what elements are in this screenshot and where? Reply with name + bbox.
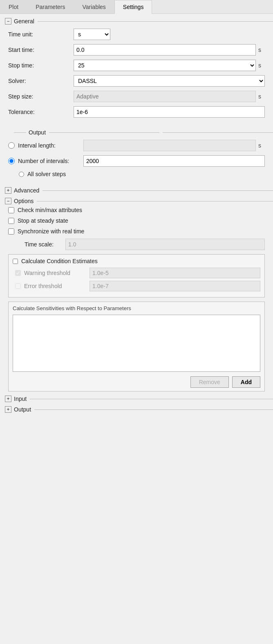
number-intervals-radio[interactable] <box>8 158 15 164</box>
number-intervals-label: Number of intervals: <box>18 158 83 164</box>
time-unit-label: Time unit: <box>8 31 74 38</box>
condition-estimates-box: Calculate Condition Estimates Warning th… <box>8 254 265 297</box>
interval-length-radio[interactable] <box>8 142 15 149</box>
step-size-label: Step size: <box>8 93 74 100</box>
output-section-title: Output <box>14 406 31 413</box>
input-toggle[interactable]: + <box>5 396 11 402</box>
time-scale-label: Time scale: <box>25 241 65 248</box>
time-scale-row: Time scale: <box>0 239 273 250</box>
error-threshold-label: Error threshold <box>24 283 90 289</box>
calculate-condition-checkbox[interactable] <box>13 259 18 264</box>
synchronize-real-time-checkbox[interactable] <box>8 228 14 235</box>
warning-threshold-row: Warning threshold <box>13 268 260 278</box>
input-title: Input <box>14 396 27 402</box>
tab-plot[interactable]: Plot <box>0 0 27 13</box>
condition-box-header: Calculate Condition Estimates <box>13 258 260 264</box>
options-title: Options <box>14 198 34 204</box>
input-section-header: + Input <box>5 396 273 402</box>
sensitivities-buttons: Remove Add <box>13 376 260 388</box>
error-threshold-input <box>90 281 260 291</box>
output-radio-group: Interval length: s Number of intervals: … <box>0 138 273 183</box>
output-sub-title: Output <box>29 129 46 136</box>
step-size-unit: s <box>258 93 265 100</box>
interval-length-row: Interval length: s <box>8 140 265 151</box>
add-button[interactable]: Add <box>232 376 260 388</box>
check-min-max-label: Check min/max attributes <box>18 207 82 213</box>
all-solver-steps-label: All solver steps <box>27 171 66 177</box>
stop-time-unit: s <box>258 62 265 69</box>
warning-threshold-input <box>90 268 260 278</box>
error-threshold-row: Error threshold <box>13 281 260 291</box>
advanced-title: Advanced <box>14 187 39 194</box>
general-section-header: − General <box>5 18 273 25</box>
advanced-section-header: + Advanced <box>5 187 273 194</box>
tab-settings[interactable]: Settings <box>114 0 152 14</box>
tolerance-row: Tolerance: <box>8 106 265 118</box>
time-unit-row: Time unit: s ms min h <box>8 29 265 40</box>
stop-time-row: Stop time: 25 50 100 s <box>8 60 265 71</box>
sensitivities-title: Calculate Sensitivities with Respect to … <box>13 305 260 311</box>
stop-steady-state-checkbox[interactable] <box>8 218 14 224</box>
settings-content: − General Time unit: s ms min h Start ti… <box>0 18 273 413</box>
tab-variables[interactable]: Variables <box>74 0 114 13</box>
interval-length-input <box>83 140 256 151</box>
options-section-header: − Options <box>5 198 273 204</box>
all-solver-steps-radio[interactable] <box>19 172 24 177</box>
all-solver-steps-row: All solver steps <box>8 171 265 177</box>
sensitivities-box: Calculate Sensitivities with Respect to … <box>8 302 265 391</box>
output-section-header: + Output <box>5 406 273 413</box>
general-toggle[interactable]: − <box>5 18 11 25</box>
tolerance-input[interactable] <box>74 106 265 118</box>
start-time-label: Start time: <box>8 47 74 53</box>
interval-length-unit: s <box>258 142 265 149</box>
output-section-toggle[interactable]: + <box>5 406 11 413</box>
warning-threshold-checkbox <box>15 270 21 276</box>
synchronize-real-time-label: Synchronize with real time <box>18 228 84 235</box>
options-toggle[interactable]: − <box>5 198 11 204</box>
stop-time-label: Stop time: <box>8 62 74 69</box>
stop-steady-state-label: Stop at steady state <box>18 217 68 224</box>
tab-bar: Plot Parameters Variables Settings <box>0 0 273 14</box>
calculate-condition-label: Calculate Condition Estimates <box>21 258 98 264</box>
error-threshold-checkbox <box>15 283 21 289</box>
solver-row: Solver: DASSL Euler Runge-Kutta <box>8 75 265 87</box>
warning-threshold-label: Warning threshold <box>24 270 90 276</box>
start-time-input[interactable] <box>74 44 256 56</box>
start-time-unit: s <box>258 47 265 53</box>
general-form: Time unit: s ms min h Start time: s Stop… <box>0 27 273 125</box>
check-min-max-row: Check min/max attributes <box>0 207 273 213</box>
check-min-max-checkbox[interactable] <box>8 207 14 213</box>
stop-time-select[interactable]: 25 50 100 <box>74 60 256 71</box>
time-unit-select[interactable]: s ms min h <box>74 29 110 40</box>
number-intervals-input[interactable] <box>83 155 265 167</box>
step-size-row: Step size: s <box>8 91 265 102</box>
number-intervals-row: Number of intervals: <box>8 155 265 167</box>
interval-length-label: Interval length: <box>18 142 83 149</box>
tolerance-label: Tolerance: <box>8 109 74 115</box>
start-time-row: Start time: s <box>8 44 265 56</box>
advanced-toggle[interactable]: + <box>5 187 11 194</box>
stop-steady-state-row: Stop at steady state <box>0 217 273 224</box>
general-title: General <box>14 18 34 25</box>
sensitivities-textarea[interactable] <box>13 315 260 372</box>
remove-button[interactable]: Remove <box>190 376 229 388</box>
tab-parameters[interactable]: Parameters <box>27 0 74 13</box>
solver-label: Solver: <box>8 78 74 84</box>
solver-select[interactable]: DASSL Euler Runge-Kutta <box>74 75 265 87</box>
step-size-input <box>74 91 256 102</box>
synchronize-real-time-row: Synchronize with real time <box>0 228 273 235</box>
time-scale-input <box>65 239 265 250</box>
output-subsection-header: Output <box>5 129 273 136</box>
